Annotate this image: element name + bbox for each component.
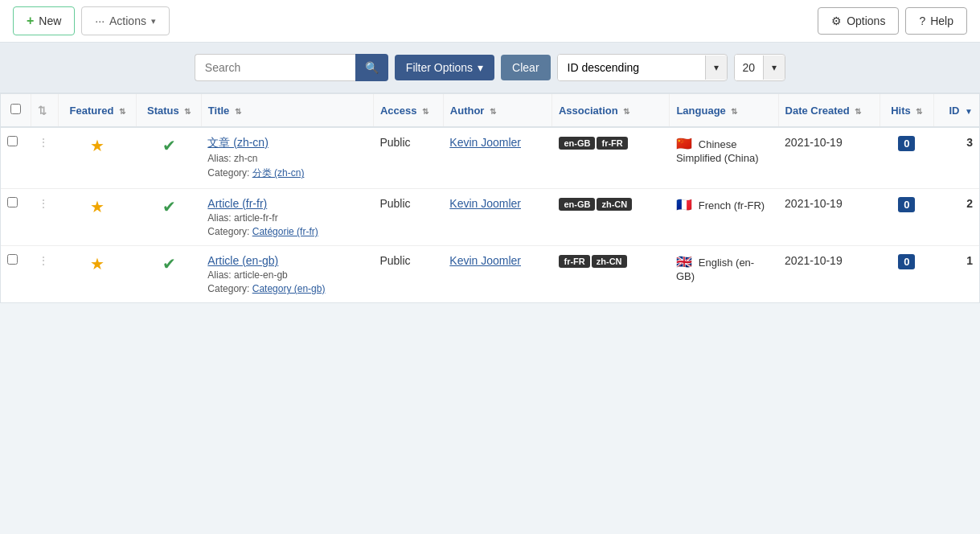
search-input[interactable]	[195, 54, 355, 81]
date-created-value: 2021-10-19	[785, 197, 843, 210]
drag-handle-icon[interactable]: ⋮	[38, 197, 49, 210]
status-cell[interactable]: ✔	[137, 189, 201, 246]
article-title-link[interactable]: Article (en-gb)	[207, 254, 278, 267]
drag-cell: ⋮	[31, 189, 59, 246]
author-link[interactable]: Kevin Joomler	[449, 254, 521, 267]
language-sort-icon: ⇅	[731, 107, 737, 116]
drag-cell: ⋮	[31, 246, 59, 303]
search-button[interactable]: 🔍	[355, 54, 388, 81]
top-bar: + New ··· Actions ▾ ⚙ Options ? Help	[0, 0, 980, 43]
article-alias: Alias: article-fr-fr	[207, 212, 367, 224]
hits-sort-icon: ⇅	[916, 107, 922, 116]
title-sort-icon: ⇅	[235, 107, 241, 116]
drag-cell: ⋮	[31, 127, 59, 189]
author-link[interactable]: Kevin Joomler	[449, 197, 521, 210]
article-category: Category: Catégorie (fr-fr)	[207, 226, 367, 237]
new-button[interactable]: + New	[13, 6, 75, 35]
sort-container: ID descending ID ascending Title ascendi…	[557, 54, 728, 81]
association-badge[interactable]: fr-FR	[597, 137, 627, 150]
association-cell: en-GBfr-FR	[552, 127, 669, 189]
row-checkbox[interactable]	[7, 254, 18, 265]
access-column-header[interactable]: Access ⇅	[373, 94, 443, 127]
date-created-cell: 2021-10-19	[778, 189, 880, 246]
hits-cell: 0	[880, 127, 934, 189]
status-column-header[interactable]: Status ⇅	[137, 94, 201, 127]
author-column-header[interactable]: Author ⇅	[443, 94, 552, 127]
select-all-header[interactable]	[1, 94, 31, 127]
published-check-icon[interactable]: ✔	[162, 137, 176, 154]
author-col-label: Author	[450, 105, 485, 117]
table-row: ⋮ ★ ✔ Article (en-gb) Alias: article-en-…	[1, 246, 979, 303]
language-column-header[interactable]: Language ⇅	[670, 94, 778, 127]
status-cell[interactable]: ✔	[137, 246, 201, 303]
article-category: Category: Category (en-gb)	[207, 283, 367, 294]
row-checkbox[interactable]	[7, 136, 18, 146]
sort-select[interactable]: ID descending ID ascending Title ascendi…	[558, 55, 705, 80]
date-created-cell: 2021-10-19	[778, 246, 880, 303]
id-sort-icon: ▼	[965, 107, 973, 116]
featured-star-icon[interactable]: ★	[90, 255, 105, 273]
access-value: Public	[379, 136, 410, 149]
featured-cell[interactable]: ★	[59, 246, 137, 303]
table-row: ⋮ ★ ✔ Article (fr-fr) Alias: article-fr-…	[1, 189, 979, 246]
filter-options-button[interactable]: Filter Options ▾	[395, 55, 494, 80]
article-category-link[interactable]: Category (en-gb)	[252, 283, 326, 294]
toolbar: 🔍 Filter Options ▾ Clear ID descending I…	[0, 43, 980, 93]
author-sort-icon: ⇅	[490, 107, 496, 116]
status-cell[interactable]: ✔	[137, 127, 201, 189]
featured-star-icon[interactable]: ★	[90, 198, 105, 216]
title-column-header[interactable]: Title ⇅	[201, 94, 373, 127]
date-created-column-header[interactable]: Date Created ⇅	[778, 94, 880, 127]
row-checkbox[interactable]	[7, 197, 18, 207]
per-page-value: 20	[735, 55, 764, 80]
id-column-header[interactable]: ID ▼	[934, 94, 979, 127]
gear-icon: ⚙	[831, 14, 842, 27]
association-cell: en-GBzh-CN	[552, 189, 669, 246]
association-badge[interactable]: fr-FR	[559, 255, 589, 268]
article-title-link[interactable]: 文章 (zh-cn)	[207, 136, 268, 149]
sort-chevron-icon[interactable]: ▾	[705, 55, 727, 80]
published-check-icon[interactable]: ✔	[162, 198, 176, 216]
featured-column-header[interactable]: Featured ⇅	[59, 94, 137, 127]
article-category-link[interactable]: Catégorie (fr-fr)	[252, 226, 318, 237]
search-container: 🔍	[195, 54, 388, 81]
article-category-link[interactable]: 分类 (zh-cn)	[252, 167, 305, 179]
actions-button[interactable]: ··· Actions ▾	[81, 6, 170, 35]
per-page-chevron-icon[interactable]: ▾	[763, 55, 785, 80]
association-badge[interactable]: zh-CN	[592, 255, 627, 268]
search-icon: 🔍	[365, 61, 379, 74]
select-all-checkbox[interactable]	[10, 104, 21, 114]
featured-cell[interactable]: ★	[59, 189, 137, 246]
association-badge[interactable]: en-GB	[559, 198, 595, 211]
date-created-value: 2021-10-19	[785, 254, 843, 267]
hits-column-header[interactable]: Hits ⇅	[880, 94, 934, 127]
options-label: Options	[847, 14, 885, 27]
published-check-icon[interactable]: ✔	[162, 255, 176, 273]
featured-cell[interactable]: ★	[59, 127, 137, 189]
id-value: 2	[966, 197, 973, 210]
id-cell: 2	[934, 189, 979, 246]
author-link[interactable]: Kevin Joomler	[449, 136, 521, 149]
association-column-header[interactable]: Association ⇅	[552, 94, 669, 127]
help-icon: ?	[919, 14, 925, 27]
drag-handle-icon[interactable]: ⋮	[38, 136, 49, 149]
language-col-label: Language	[676, 105, 725, 117]
help-label: Help	[930, 14, 953, 27]
featured-star-icon[interactable]: ★	[90, 137, 105, 154]
article-title-link[interactable]: Article (fr-fr)	[207, 197, 267, 210]
help-button[interactable]: ? Help	[905, 7, 967, 35]
row-checkbox-cell	[1, 127, 31, 189]
association-sort-icon: ⇅	[623, 107, 629, 116]
language-flag-icon: 🇨🇳	[676, 137, 692, 150]
title-cell: 文章 (zh-cn) Alias: zh-cn Category: 分类 (zh…	[201, 127, 373, 189]
drag-handle-icon[interactable]: ⋮	[38, 254, 49, 267]
association-badge[interactable]: zh-CN	[597, 198, 632, 211]
hits-cell: 0	[880, 246, 934, 303]
options-button[interactable]: ⚙ Options	[818, 7, 899, 35]
association-badge[interactable]: en-GB	[559, 137, 595, 150]
hits-value: 0	[898, 136, 915, 151]
id-cell: 3	[934, 127, 979, 189]
hits-value: 0	[898, 254, 915, 269]
id-cell: 1	[934, 246, 979, 303]
clear-button[interactable]: Clear	[501, 55, 550, 80]
